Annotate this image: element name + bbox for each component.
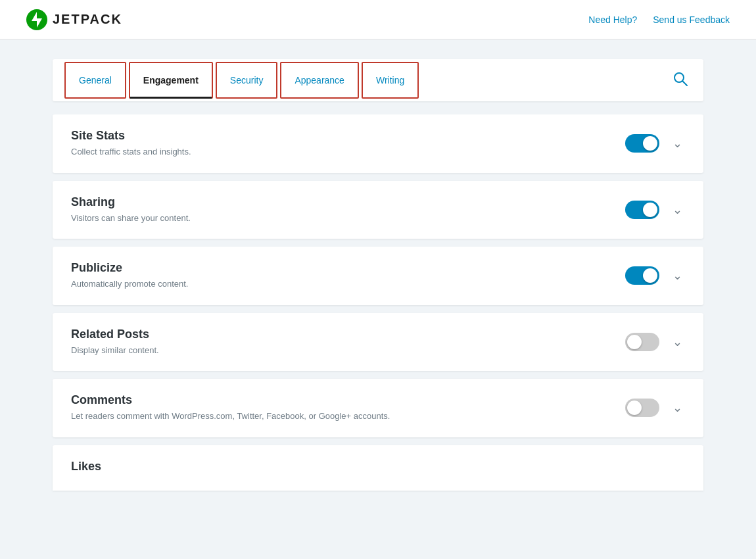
jetpack-logo-icon — [26, 9, 47, 30]
topbar: JETPACK Need Help? Send us Feedback — [0, 0, 756, 39]
toggle-sharing[interactable] — [625, 201, 659, 219]
feature-title-publicize: Publicize — [71, 261, 625, 275]
main-content: General Engagement Security Appearance W… — [39, 39, 717, 510]
tab-general[interactable]: General — [64, 62, 126, 99]
feature-title-comments: Comments — [71, 393, 625, 407]
feature-card-sharing: Sharing Visitors can share your content.… — [53, 181, 703, 239]
search-icon — [673, 72, 688, 86]
toggle-comments[interactable] — [625, 399, 659, 417]
tab-list: General Engagement Security Appearance W… — [63, 59, 420, 101]
feature-card-likes: Likes — [53, 445, 703, 491]
tab-engagement[interactable]: Engagement — [129, 62, 213, 99]
feature-card-publicize: Publicize Automatically promote content.… — [53, 247, 703, 305]
feedback-link[interactable]: Send us Feedback — [653, 14, 730, 25]
feature-desc-related-posts: Display similar content. — [71, 344, 433, 357]
feature-title-site-stats: Site Stats — [71, 129, 625, 143]
search-button[interactable] — [668, 66, 693, 95]
tab-appearance[interactable]: Appearance — [280, 62, 359, 99]
logo-text: JETPACK — [53, 12, 122, 27]
tab-security[interactable]: Security — [216, 62, 278, 99]
tab-bar: General Engagement Security Appearance W… — [53, 59, 703, 101]
feature-card-related-posts: Related Posts Display similar content. ⌄ — [53, 313, 703, 372]
feature-desc-comments: Let readers comment with WordPress.com, … — [71, 410, 433, 423]
help-link[interactable]: Need Help? — [588, 14, 637, 25]
feature-card-site-stats: Site Stats Collect traffic stats and ins… — [53, 114, 703, 173]
logo: JETPACK — [26, 9, 122, 30]
svg-line-4 — [683, 81, 688, 85]
chevron-site-stats[interactable]: ⌄ — [670, 134, 685, 153]
chevron-related-posts[interactable]: ⌄ — [670, 332, 685, 352]
toggle-site-stats[interactable] — [625, 134, 659, 153]
feature-title-related-posts: Related Posts — [71, 328, 625, 341]
topbar-links: Need Help? Send us Feedback — [588, 14, 730, 25]
feature-desc-publicize: Automatically promote content. — [71, 278, 433, 291]
feature-desc-sharing: Visitors can share your content. — [71, 212, 433, 225]
features-list: Site Stats Collect traffic stats and ins… — [53, 114, 703, 491]
chevron-sharing[interactable]: ⌄ — [670, 200, 685, 220]
feature-title-likes: Likes — [71, 460, 685, 474]
feature-desc-site-stats: Collect traffic stats and insights. — [71, 145, 433, 158]
feature-card-comments: Comments Let readers comment with WordPr… — [53, 379, 703, 437]
toggle-publicize[interactable] — [625, 266, 659, 285]
tab-writing[interactable]: Writing — [362, 62, 419, 99]
toggle-related-posts[interactable] — [625, 333, 659, 351]
chevron-publicize[interactable]: ⌄ — [670, 266, 685, 285]
feature-title-sharing: Sharing — [71, 195, 625, 209]
chevron-comments[interactable]: ⌄ — [670, 398, 685, 418]
